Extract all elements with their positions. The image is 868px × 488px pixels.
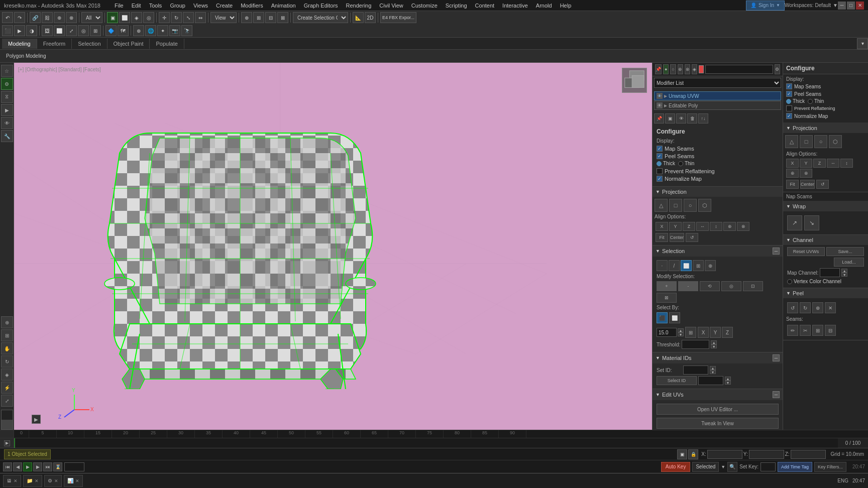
far-align-b1[interactable]: ⊕	[786, 169, 799, 178]
rp-icon-dot4[interactable]: ⊗	[685, 64, 690, 74]
align-h1-button[interactable]: ↔	[696, 222, 709, 231]
material-map-button[interactable]: 🗺	[118, 25, 129, 36]
far-proj-sphere[interactable]: ○	[814, 135, 827, 148]
peel-icon3[interactable]: ⊕	[812, 302, 823, 313]
proj-sphere-icon[interactable]: ○	[684, 199, 697, 212]
tab-object-paint[interactable]: Object Paint	[107, 39, 150, 49]
task2-close[interactable]: ✕	[35, 478, 39, 483]
add-time-tag-button[interactable]: Add Time Tag	[778, 462, 812, 472]
select-number-field[interactable]	[657, 328, 677, 337]
menu-group[interactable]: Group	[166, 2, 189, 10]
wrap-icon1[interactable]: ↗	[787, 215, 802, 230]
display-panel-icon[interactable]: 👁	[1, 117, 13, 129]
task-item-4[interactable]: 📊 ✕	[64, 475, 83, 487]
align-z-button[interactable]: Z	[683, 222, 695, 231]
rp-icon-dot5[interactable]: ◈	[692, 64, 697, 74]
link-button[interactable]: 🔗	[30, 12, 41, 23]
far-align-h1[interactable]: ↔	[827, 159, 839, 168]
select-region-button[interactable]: ⬜	[119, 12, 130, 23]
config-thin-radio[interactable]: Thin	[808, 98, 824, 104]
menu-rendering[interactable]: Rendering	[342, 2, 376, 10]
z-coord-field[interactable]: 0.0mm	[791, 450, 826, 459]
goto-end-button[interactable]: ⏭	[43, 462, 52, 471]
viewport-orientation-cube[interactable]	[622, 68, 647, 93]
use-pivot-button[interactable]: ⊕	[241, 12, 252, 23]
material-ids-header[interactable]: ▼ Material IDs ─	[653, 352, 783, 363]
select-by-smoothing-icon[interactable]: ⬜	[669, 312, 680, 323]
undo-button[interactable]: ↶	[2, 12, 13, 23]
set-id-spin-up[interactable]: ▲	[710, 366, 716, 370]
unlink-button[interactable]: ⛓	[42, 12, 53, 23]
select-button[interactable]: ▣	[107, 12, 118, 23]
pan-icon[interactable]: ✋	[1, 342, 13, 354]
far-proj-box[interactable]: □	[800, 135, 813, 148]
open-uv-editor-button[interactable]: Open UV Editor ...	[657, 404, 779, 415]
shrink-selection-button[interactable]: -	[678, 281, 698, 291]
panorama-button[interactable]: 🔭	[181, 25, 192, 36]
checkerboard-icon[interactable]: ⊞	[685, 327, 696, 338]
element-icon[interactable]: ⊞	[693, 260, 704, 271]
vertex-color-radio[interactable]: Vertex Color Channel	[787, 279, 841, 284]
far-align-x[interactable]: X	[786, 159, 799, 168]
config-normalize-cb[interactable]: ✓	[786, 113, 792, 119]
grow-selection-button[interactable]: +	[657, 281, 677, 291]
edit-uvs-header[interactable]: ▼ Edit UVs ─	[653, 389, 783, 400]
number-spin-up[interactable]: ▲	[678, 328, 684, 332]
render-env-button[interactable]: 🌐	[145, 25, 156, 36]
far-align-z[interactable]: Z	[813, 159, 826, 168]
threshold-spin-down[interactable]: ▼	[711, 344, 717, 348]
far-align-h2[interactable]: ↕	[840, 159, 853, 168]
rp-icon-pin[interactable]: 📌	[655, 64, 662, 74]
thick-radio[interactable]: Thick	[657, 161, 675, 166]
rp-icon-dot1[interactable]: ●	[663, 64, 669, 74]
align-button[interactable]: ⊠	[277, 12, 288, 23]
select-lasso-button[interactable]: ◈	[131, 12, 142, 23]
rp-config-button[interactable]: ⚙	[775, 64, 780, 74]
load-button[interactable]: Load...	[834, 258, 864, 267]
far-fit-button[interactable]: Fit	[786, 180, 799, 189]
reset-button[interactable]: ↺	[686, 233, 698, 242]
peel-header[interactable]: ▼ Peel	[783, 288, 868, 298]
peel-seam-icon3[interactable]: ⊞	[812, 325, 823, 336]
redo-button[interactable]: ↷	[14, 12, 25, 23]
config-peel-seams-cb[interactable]: ✓	[786, 91, 792, 97]
play-button[interactable]: ▶	[23, 462, 32, 471]
pin-stack-icon[interactable]: 📌	[654, 113, 664, 124]
sign-in-button[interactable]: 👤 Sign In ▼	[746, 1, 785, 11]
far-align-y[interactable]: Y	[800, 159, 812, 168]
modifier-editable-poly[interactable]: 👁 ▶ Editable Poly	[654, 101, 781, 110]
task-item-2[interactable]: 📁 ✕	[23, 475, 42, 487]
align-x-button[interactable]: X	[656, 222, 668, 231]
goto-start-button[interactable]: ⏮	[3, 462, 12, 471]
far-center-button[interactable]: Center	[800, 180, 815, 189]
task1-close[interactable]: ✕	[14, 478, 18, 483]
menu-modifiers[interactable]: Modifiers	[237, 2, 267, 10]
select-by-material-icon[interactable]: ⬛	[657, 312, 668, 323]
far-projection-header[interactable]: ▼ Projection	[783, 123, 868, 133]
select-scale-button[interactable]: ⊞	[253, 12, 264, 23]
save-button[interactable]: Save...	[826, 247, 864, 256]
align-h2-button[interactable]: ↕	[710, 222, 722, 231]
peel-seam-icon4[interactable]: ⊟	[825, 325, 836, 336]
view-dropdown[interactable]: View	[210, 12, 237, 23]
set-id-field[interactable]	[683, 365, 708, 375]
menu-views[interactable]: Views	[189, 2, 212, 10]
create-panel-icon[interactable]: ☆	[1, 65, 13, 77]
render-frame-button[interactable]: 🖼	[42, 25, 53, 36]
snap-toggle[interactable]: 📐	[353, 12, 364, 23]
far-proj-planar[interactable]: △	[785, 135, 798, 148]
y-coord-field[interactable]: -4.74mm	[749, 450, 784, 459]
menu-graph-editors[interactable]: Graph Editors	[300, 2, 342, 10]
auto-key-button[interactable]: Auto Key	[661, 462, 691, 472]
ring-selection-button[interactable]: ◎	[721, 281, 741, 291]
map-seams-checkbox[interactable]: ✓	[657, 146, 663, 152]
menu-arnold[interactable]: Arnold	[532, 2, 556, 10]
filter-dropdown[interactable]: All	[81, 12, 102, 23]
menu-animation[interactable]: Animation	[267, 2, 300, 10]
vertex-icon[interactable]: ·	[657, 260, 668, 271]
sel-extra-icon3[interactable]: Z	[722, 327, 733, 338]
modify-panel-icon[interactable]: ⚙	[1, 78, 13, 90]
rp-icon-dot2[interactable]: ○	[670, 64, 676, 74]
viewport-play-button[interactable]: ▶	[32, 415, 41, 424]
far-reset-button[interactable]: ↺	[816, 180, 829, 189]
